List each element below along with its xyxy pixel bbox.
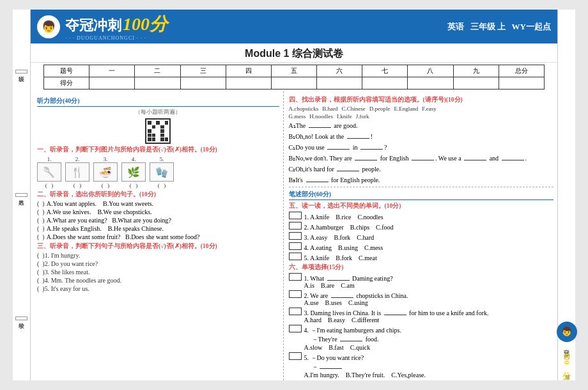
- score-header-5: 五: [271, 65, 316, 77]
- p6-item-5: 5. －Do you want rice? － A.I'm hungry. B.…: [289, 352, 553, 378]
- qr-section: [37, 118, 279, 144]
- score-table: 题号 一 二 三 四 五 六 七 八 九 总分 得分: [43, 65, 545, 90]
- p3-item-4: ( )4. Mm. The noodles are good.: [37, 277, 279, 284]
- qr-1: [148, 121, 151, 125]
- score-header-0: 题号: [44, 65, 89, 77]
- p3-item-2: ( )2. Do you want rice?: [37, 260, 279, 267]
- divider-writing: [289, 187, 553, 187]
- score-cell-8: [408, 77, 453, 90]
- fill-b2: B₂No,we don't. They are for English . We…: [289, 153, 553, 163]
- p2-item-1: ( ) A.You want apples. B.You want sweets…: [37, 200, 279, 207]
- part1-section: 一、听录音，判断下列图片与所给内容是否(√)否(✗)相符。(10分) 1. 🥄 …: [37, 146, 279, 189]
- item-3: 3. 🍜 ( ): [93, 156, 118, 189]
- item-pic-2: 🍴: [65, 162, 89, 182]
- subject-label: 英语 三年级 上 WY一起点: [447, 21, 551, 33]
- p5-item-5: 5. A.knife B.fork C.meat: [289, 253, 553, 261]
- item-2: 2. 🍴 ( ): [65, 156, 89, 189]
- label-name: 姓名: [15, 193, 27, 197]
- qr-17: [152, 134, 156, 137]
- p5-item-4: 4. A.eating B.using C.mess: [289, 242, 553, 251]
- fill-c2: C₂Oh,it's hard for people.: [289, 164, 553, 174]
- label-school: 学校: [15, 316, 27, 320]
- score-header-10: 总分: [499, 65, 544, 77]
- qr-23: [156, 137, 160, 141]
- writing-header: 笔述部分(60分): [289, 190, 553, 200]
- main-content: 👦 夺冠冲刺 100分 · · · DUOGUANCHONGCI · · · 英…: [31, 10, 557, 380]
- qr-8: [156, 125, 160, 129]
- score-header-8: 八: [408, 65, 453, 77]
- item-5: 5. 🧤 ( ): [150, 156, 174, 189]
- logo: 👦: [37, 15, 60, 38]
- listening-notice: （每小题听两遍）: [37, 108, 279, 116]
- qr-19: [160, 134, 164, 137]
- qr-6: [148, 125, 151, 129]
- qr-11: [148, 129, 151, 133]
- qr-10: [165, 125, 169, 129]
- fill-a1: A₁The are good.: [289, 121, 553, 130]
- two-col: 听力部分(40分) （每小题听两遍）: [31, 91, 557, 380]
- label-class: 班级: [15, 70, 27, 74]
- p2-item-4: ( ) A.He speaks English. B.He speaks Chi…: [37, 225, 279, 232]
- header-right: 英语 三年级 上 WY一起点: [447, 21, 551, 33]
- part2-title: 二、听录音，选出你所听到的句子。(10分): [37, 191, 279, 199]
- score-header-9: 九: [453, 65, 499, 77]
- qr-12: [152, 129, 156, 133]
- qr-14: [160, 129, 164, 133]
- p2-item-3: ( ) A.What are you eating? B.What are yo…: [37, 217, 279, 224]
- qr-9: [160, 125, 164, 129]
- score-header-7: 七: [362, 65, 408, 77]
- qr-24: [160, 137, 164, 141]
- qr-15: [165, 129, 169, 133]
- part2-section: 二、听录音，选出你所听到的句子。(10分) ( ) A.You want app…: [37, 191, 279, 240]
- score-table-container: 题号 一 二 三 四 五 六 七 八 九 总分 得分: [31, 63, 557, 91]
- score-cell-6: [317, 77, 362, 90]
- item-4: 4. 🌿 ( ): [121, 156, 146, 189]
- part5-section: 五、读一读，选出不同类的单词。(10分) 1. A.knife B.rice C…: [289, 202, 553, 261]
- vocab-options: A.chopsticks B.hard C.Chinese D.people E…: [289, 105, 553, 112]
- grade-text: 三年级 上: [470, 22, 506, 31]
- logo-icon: 👦: [42, 20, 56, 34]
- item-1: 1. 🥄 ( ): [37, 156, 61, 189]
- score-header-6: 六: [317, 65, 362, 77]
- part4-section: 四、找出录音，根据所听内容填写适当的选项。(请序号)(10分) A.chopst…: [289, 96, 553, 185]
- part1-title: 一、听录音，判断下列图片与所给内容是否(√)否(✗)相符。(10分): [37, 146, 279, 154]
- brand-name: 夺冠冲刺: [65, 16, 121, 35]
- part5-title: 五、读一读，选出不同类的单词。(10分): [289, 202, 553, 210]
- score-cell-7: [362, 77, 408, 90]
- brand-num: 100分: [123, 12, 167, 36]
- p3-item-3: ( )3. She likes meat.: [37, 269, 279, 276]
- score-header-4: 四: [226, 65, 271, 77]
- p5-item-2: 2. A.hamburger B.chips C.food: [289, 222, 553, 231]
- part4-title: 四、找出录音，根据所听内容填写适当的选项。(请序号)(10分): [289, 96, 553, 104]
- side-num: 100分: [561, 352, 573, 365]
- qr-22: [152, 137, 156, 141]
- side-right: 👦 夺冠冲刺 100分 第: [557, 10, 575, 380]
- p6-item-2: 2. We are chopsticks in China. A.use B.u…: [289, 290, 553, 306]
- qr-7: [152, 125, 156, 129]
- score-header-1: 一: [89, 65, 135, 77]
- qr-18: [156, 134, 160, 137]
- side-brand-text: 夺冠冲刺: [562, 345, 571, 350]
- qr-5: [165, 121, 169, 125]
- qr-code: [145, 118, 171, 144]
- score-row-0: 得分: [44, 77, 89, 90]
- score-cell-5: [271, 77, 316, 90]
- listening-header: 听力部分(40分): [37, 97, 279, 107]
- score-header-3: 三: [180, 65, 226, 77]
- part6-section: 六、单项选择(15分) 1. What Daming eating? A.is …: [289, 263, 553, 378]
- qr-4: [160, 121, 164, 125]
- score-cell-2: [135, 77, 180, 90]
- score-header-2: 二: [135, 65, 180, 77]
- score-cell-9: [453, 77, 499, 90]
- item-pic-3: 🍜: [93, 162, 118, 182]
- page-container: 班级 姓名 学校 👦 夺冠冲刺 100分 · · · DUOGUANCHONGC…: [13, 10, 575, 380]
- col-left: 听力部分(40分) （每小题听两遍）: [31, 91, 284, 380]
- score-cell-10: [499, 77, 544, 90]
- vocab-options-2: G.mess H.noodles I.knife J.fork: [289, 113, 553, 120]
- brand-block: 夺冠冲刺 100分 · · · DUOGUANCHONGCI · · ·: [65, 12, 167, 41]
- fill-b1: B₁Oh,no! Look at the !: [289, 132, 553, 141]
- p2-item-2: ( ) A.We use knives. B.We use chopsticks…: [37, 208, 279, 215]
- score-cell-3: [180, 77, 226, 90]
- p6-item-4: 4. －I'm eating hamburgers and chips. －Th…: [289, 325, 553, 351]
- p3-item-5: ( )5. It's easy for us.: [37, 285, 279, 292]
